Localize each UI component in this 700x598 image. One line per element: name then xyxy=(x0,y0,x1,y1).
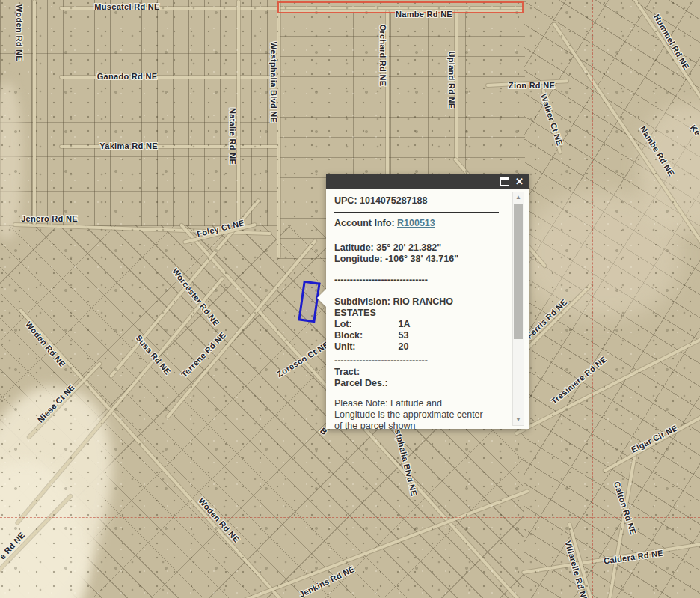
unit-row: Unit: 20 xyxy=(334,341,499,353)
subdivision-row: Subdivision: RIO RANCHO ESTATES xyxy=(334,296,488,319)
lot-row: Lot: 1A xyxy=(334,319,499,330)
unit-label: Unit: xyxy=(334,341,396,353)
section-line-horizontal xyxy=(0,517,700,518)
block-row: Block: 53 xyxy=(334,330,499,341)
popup-body: UPC: 1014075287188 Account Info: R100513… xyxy=(326,189,529,429)
close-icon[interactable]: ✕ xyxy=(515,177,524,186)
scroll-down-icon[interactable]: ▼ xyxy=(513,416,524,424)
account-info-row: Account Info: R100513 xyxy=(334,218,499,229)
account-info-label: Account Info: xyxy=(334,218,395,228)
scroll-up-icon[interactable]: ▲ xyxy=(513,194,524,201)
section-line-vertical xyxy=(592,0,593,598)
road-label-woden-top: Woden Rd NE xyxy=(15,4,24,61)
road-label-muscatel: Muscatel Rd NE xyxy=(94,2,159,11)
map-viewport[interactable]: Muscatel Rd NE Woden Rd NE Ganado Rd NE … xyxy=(0,0,700,598)
road-label-westphalia-top: Westphalia Blvd NE xyxy=(269,42,278,123)
popup-pointer-arrow xyxy=(317,288,327,308)
latitude-label: Latitude: xyxy=(334,242,374,253)
parcel-info-popup: ✕ UPC: 1014075287188 Account Info: R1005… xyxy=(326,174,529,429)
lot-value: 1A xyxy=(398,319,410,329)
road-label-nambe-top: Nambe Rd NE xyxy=(396,10,452,19)
dash-divider: ------------------------------ xyxy=(334,275,499,286)
road-label-zion: Zion Rd NE xyxy=(509,81,555,90)
scrollbar-thumb[interactable] xyxy=(514,204,523,339)
popup-note: Please Note: Latitude and Longitude is t… xyxy=(334,398,484,429)
dash-divider: ------------------------------ xyxy=(334,356,499,367)
parcel-des-label: Parcel Des.: xyxy=(334,378,499,389)
popup-scrollbar[interactable]: ▲ ▼ xyxy=(512,192,524,426)
account-info-link[interactable]: R100513 xyxy=(397,218,435,228)
longitude-row: Longitude: -106° 38' 43.716" xyxy=(334,254,499,265)
latitude-row: Latitude: 35° 20' 21.382" xyxy=(334,242,499,254)
block-label: Block: xyxy=(334,330,396,341)
lot-label: Lot: xyxy=(334,319,396,330)
maximize-icon[interactable] xyxy=(500,177,509,186)
block-value: 53 xyxy=(398,330,408,341)
road-label-natalie: Natalie Rd NE xyxy=(228,108,237,165)
road-label-yakima: Yakima Rd NE xyxy=(99,141,158,150)
popup-titlebar[interactable]: ✕ xyxy=(326,174,529,189)
latitude-value: 35° 20' 21.382" xyxy=(376,242,441,253)
road-label-ganado: Ganado Rd NE xyxy=(97,72,158,81)
divider-line xyxy=(334,212,499,213)
upc-value: UPC: 1014075287188 xyxy=(334,195,499,207)
road-label-jenero: Jenero Rd NE xyxy=(21,214,78,223)
road-label-orchard: Orchard Rd NE xyxy=(378,25,387,87)
longitude-label: Longitude: xyxy=(334,254,383,264)
unit-value: 20 xyxy=(398,341,408,352)
road-label-upland: Upland Rd NE xyxy=(447,52,456,109)
longitude-value: -106° 38' 43.716" xyxy=(385,254,458,264)
tract-label: Tract: xyxy=(334,367,499,378)
